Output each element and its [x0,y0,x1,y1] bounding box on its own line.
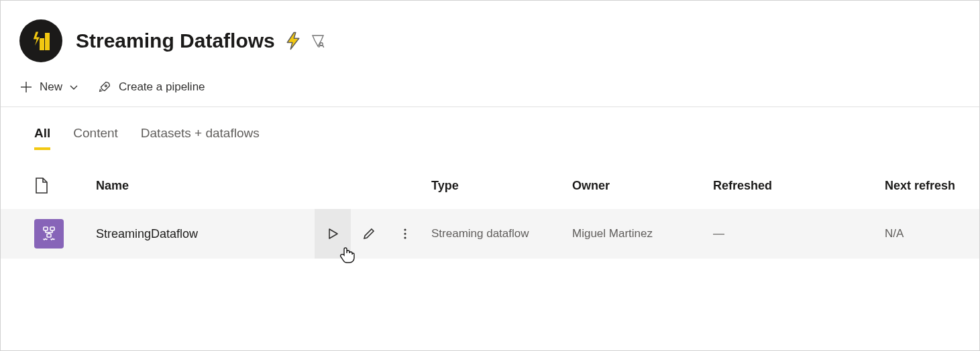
premium-people-icon[interactable] [310,33,326,49]
edit-button[interactable] [351,209,387,259]
col-type[interactable]: Type [431,179,572,193]
svg-point-9 [404,228,406,230]
svg-point-5 [105,85,107,87]
row-refreshed: — [713,227,885,240]
play-icon [327,228,339,240]
col-next-refresh[interactable]: Next refresh [885,179,970,193]
col-name[interactable]: Name [96,179,431,193]
rocket-icon [97,80,112,94]
table-header: Name Type Owner Refreshed Next refresh [1,169,979,209]
workspace-title: Streaming Dataflows [76,29,326,52]
svg-rect-6 [44,227,48,230]
col-refreshed[interactable]: Refreshed [713,179,885,193]
toolbar: New Create a pipeline [1,74,979,107]
table-row[interactable]: StreamingDataflow [1,209,979,259]
svg-rect-0 [40,38,44,50]
tab-datasets-dataflows[interactable]: Datasets + dataflows [141,126,260,150]
plus-icon [19,80,33,94]
lightning-icon [283,31,303,51]
create-pipeline-label: Create a pipeline [119,80,205,94]
new-button[interactable]: New [19,80,78,94]
new-label: New [40,80,62,94]
more-vertical-icon [399,228,411,240]
workspace-avatar [19,19,62,62]
dataflow-type-icon [34,219,64,249]
create-pipeline-button[interactable]: Create a pipeline [97,80,205,94]
row-name[interactable]: StreamingDataflow [96,227,198,241]
svg-point-11 [404,236,406,238]
pencil-icon [362,227,376,240]
tabs: All Content Datasets + dataflows [1,107,979,150]
row-next-refresh: N/A [885,227,970,240]
workspace-header: Streaming Dataflows [1,1,979,74]
chevron-down-icon [69,82,78,92]
content-table: Name Type Owner Refreshed Next refresh S… [1,150,979,259]
svg-point-10 [404,232,406,234]
document-icon [34,177,49,194]
tab-all[interactable]: All [34,126,50,150]
workspace-title-text: Streaming Dataflows [76,29,275,52]
more-button[interactable] [387,209,423,259]
tab-content[interactable]: Content [73,126,118,150]
play-button[interactable] [315,209,351,259]
row-type: Streaming dataflow [431,227,572,240]
svg-rect-1 [45,33,50,50]
svg-rect-8 [47,234,51,237]
lightning-bar-icon [29,29,53,53]
col-owner[interactable]: Owner [572,179,713,193]
row-owner: Miguel Martinez [572,227,713,240]
svg-rect-7 [50,227,54,230]
